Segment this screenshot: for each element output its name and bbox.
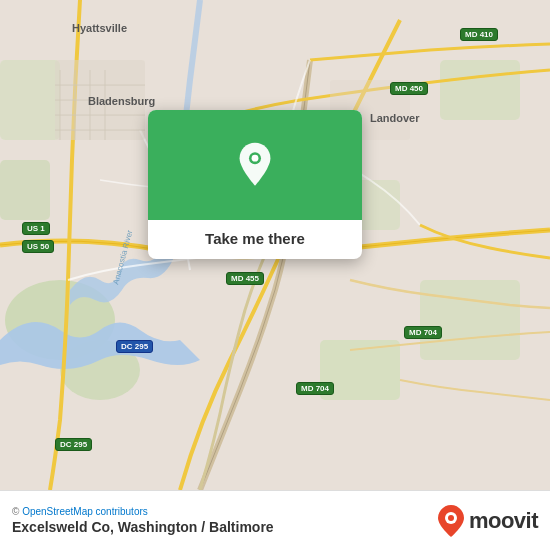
take-me-there-button[interactable]: Take me there: [205, 230, 305, 247]
popup-green-area: [148, 110, 362, 220]
map-container: Anacostia River Hyattsville Bladensburg …: [0, 0, 550, 490]
attribution-link[interactable]: OpenStreetMap contributors: [22, 506, 148, 517]
dc295-lower-badge: DC 295: [55, 438, 92, 451]
svg-rect-4: [420, 280, 520, 360]
place-name: Excelsweld Co, Washington / Baltimore: [12, 519, 274, 535]
svg-point-21: [252, 155, 259, 162]
attribution-text: © OpenStreetMap contributors: [12, 506, 274, 517]
us50-left-badge: US 50: [22, 240, 54, 253]
moovit-pin-icon: [437, 504, 465, 538]
bottom-bar: © OpenStreetMap contributors Excelsweld …: [0, 490, 550, 550]
md410-badge: MD 410: [460, 28, 498, 41]
svg-rect-7: [0, 160, 50, 220]
moovit-logo[interactable]: moovit: [437, 504, 538, 538]
svg-rect-6: [0, 60, 60, 140]
md704-top-badge: MD 704: [404, 326, 442, 339]
bladensburg-label: Bladensburg: [88, 95, 155, 107]
popup-button-area[interactable]: Take me there: [148, 220, 362, 259]
md450-badge: MD 450: [390, 82, 428, 95]
popup-card: Take me there: [148, 110, 362, 259]
svg-point-23: [448, 515, 454, 521]
moovit-text: moovit: [469, 508, 538, 534]
landover-label: Landover: [370, 112, 420, 124]
bottom-left: © OpenStreetMap contributors Excelsweld …: [12, 506, 274, 535]
hyattsville-label: Hyattsville: [72, 22, 127, 34]
us1-badge: US 1: [22, 222, 50, 235]
location-pin-icon: [231, 141, 279, 189]
md455-badge: MD 455: [226, 272, 264, 285]
dc295-badge: DC 295: [116, 340, 153, 353]
md704-bottom-badge: MD 704: [296, 382, 334, 395]
svg-rect-5: [440, 60, 520, 120]
